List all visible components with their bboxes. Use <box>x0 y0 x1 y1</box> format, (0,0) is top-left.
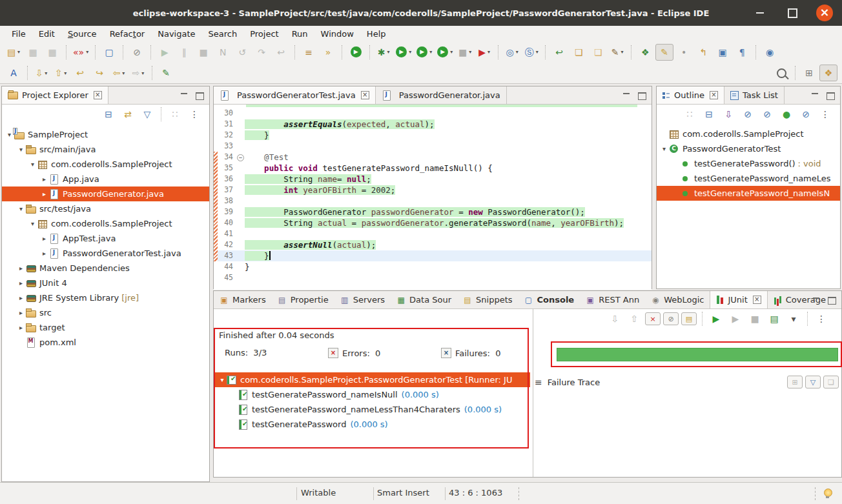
twistie-icon[interactable]: ▸ <box>39 190 49 197</box>
menu-search[interactable]: Search <box>202 28 244 40</box>
twistie-icon[interactable]: ▾ <box>218 376 227 383</box>
sort-button[interactable]: ⇩ <box>719 106 737 123</box>
explorer-tree-item[interactable]: ▸JRE System Library[jre] <box>2 290 209 305</box>
twistie-icon[interactable]: ▸ <box>16 265 26 272</box>
spring-tools-button[interactable]: «»▾ <box>71 44 90 61</box>
menu-project[interactable]: Project <box>243 28 285 40</box>
view-menu-button[interactable]: ⋮ <box>185 106 203 123</box>
junit-tree-item[interactable]: testGeneratePassword(0.000 s) <box>215 417 530 432</box>
menu-navigate[interactable]: Navigate <box>151 28 201 40</box>
hide-fields-button[interactable]: ⊘ <box>739 106 757 123</box>
run-button[interactable]: ▶▾ <box>394 44 413 61</box>
code-line[interactable]: 42 assertNull(actual); <box>214 239 652 250</box>
code-line[interactable]: 38 <box>214 196 652 207</box>
tab-markers[interactable]: ▣Markers <box>214 291 272 308</box>
focus-active-task-button[interactable]: ∷ <box>166 106 184 123</box>
hide-static-members-button[interactable]: ⊘ <box>758 106 776 123</box>
show-public-members-button[interactable]: ● <box>777 106 796 123</box>
junit-tree-item[interactable]: testGeneratePassword_nameIsNull(0.000 s) <box>215 387 530 402</box>
maximize-view-icon[interactable] <box>196 92 204 100</box>
menu-window[interactable]: Window <box>314 28 360 40</box>
previous-failed-test-button[interactable]: ⇧ <box>625 310 643 327</box>
trim-dot-button[interactable]: • <box>675 44 693 61</box>
search-button[interactable] <box>772 65 790 81</box>
explorer-tree-item[interactable]: ▸App.java <box>2 172 209 186</box>
explorer-tree-item[interactable]: ▸JUnit 4 <box>2 276 209 290</box>
coverage-button[interactable]: ▶▾ <box>415 44 434 61</box>
next-annotation-button[interactable]: ⇩▾ <box>32 65 50 81</box>
maximize-button[interactable] <box>784 5 801 21</box>
new-web-wizard-button[interactable]: ◎▾ <box>503 44 521 61</box>
menu-run[interactable]: Run <box>285 28 314 40</box>
tab-weblogic[interactable]: ◉WebLogic <box>645 291 710 308</box>
code-line[interactable]: 39 PasswordGenerator passwordGenerator =… <box>214 207 652 217</box>
twistie-icon[interactable]: ▾ <box>28 161 37 168</box>
view-menu-button[interactable]: ⋮ <box>816 106 834 123</box>
java-perspective-button[interactable]: ❖ <box>819 65 837 81</box>
open-type-button[interactable]: A <box>5 65 23 81</box>
code-line[interactable]: 41 <box>214 228 652 239</box>
tab-outline[interactable]: Outline <box>657 86 724 104</box>
focus-active-task-button[interactable]: ∷ <box>681 106 699 123</box>
stop-test-run-button[interactable]: ■ <box>746 310 764 327</box>
twistie-icon[interactable]: ▸ <box>16 324 26 331</box>
explorer-tree-item[interactable]: pom.xml <box>2 335 209 350</box>
tab-passwordgenerator-java[interactable]: PasswordGenerator.java <box>376 86 507 104</box>
tab-junit[interactable]: JUnit <box>710 291 767 308</box>
step-over-button[interactable]: ↷ <box>252 44 271 61</box>
code-line[interactable]: 44} <box>214 261 652 272</box>
tab-snippets[interactable]: ▤Snippets <box>457 291 518 308</box>
menu-edit[interactable]: Edit <box>32 28 61 40</box>
explorer-tree-item[interactable]: ▸Maven Dependencies <box>2 261 209 276</box>
junit-tree-item[interactable]: testGeneratePassword_nameLessThan4Charat… <box>215 402 530 417</box>
import-wizard-button[interactable]: ↩ <box>550 44 568 61</box>
skip-all-breakpoints-button[interactable]: ⊘ <box>128 44 146 61</box>
twistie-icon[interactable]: ▸ <box>39 250 49 257</box>
open-folder-button[interactable]: ❏ <box>589 44 607 61</box>
save-button[interactable]: ▦ <box>24 44 42 61</box>
outline-tree-item[interactable]: testGeneratePassword_nameIsN <box>657 186 840 201</box>
show-trace-in-console-button[interactable]: ❏ <box>823 376 839 388</box>
history-dropdown-button[interactable]: ▾ <box>785 310 803 327</box>
junit-sash[interactable] <box>533 309 533 477</box>
last-edit-location-button[interactable]: ↩ <box>71 65 89 81</box>
show-skipped-only-button[interactable]: ⊘ <box>663 312 679 325</box>
open-resource-button[interactable]: ❏ <box>570 44 588 61</box>
previous-annotation-button[interactable]: ⇧▾ <box>52 65 70 81</box>
tab-passwordgeneratortest-java[interactable]: PasswordGeneratorTest.java <box>214 86 376 104</box>
minimize-view-icon[interactable] <box>180 92 188 99</box>
link-file-button[interactable]: ↰ <box>694 44 712 61</box>
maximize-view-icon[interactable] <box>828 297 836 305</box>
close-button[interactable] <box>816 5 833 21</box>
tab-project-explorer[interactable]: Project Explorer <box>2 86 108 104</box>
suspend-button[interactable]: ∥ <box>175 44 193 61</box>
explorer-tree-item[interactable]: ▸src <box>2 305 209 320</box>
minimize-button[interactable] <box>752 5 768 21</box>
tab-console[interactable]: ▢Console <box>519 291 580 308</box>
code-line[interactable]: 33 <box>214 141 652 152</box>
next-edit-location-button[interactable]: ↪ <box>90 65 108 81</box>
code-line[interactable]: 34− @Test <box>214 152 652 163</box>
explorer-tree-item[interactable]: ▸PasswordGenerator.java <box>2 186 209 201</box>
profile-button[interactable]: ▶▾ <box>435 44 455 61</box>
twistie-icon[interactable]: ▸ <box>16 309 26 316</box>
compare-result-button[interactable]: ⊞ <box>787 376 803 388</box>
minimize-editor-icon[interactable] <box>622 92 630 99</box>
twistie-icon[interactable]: ▾ <box>16 146 26 153</box>
new-wizard-button[interactable]: ▤▾ <box>5 44 23 61</box>
step-return-button[interactable]: ↩ <box>272 44 290 61</box>
terminate-button[interactable]: ■ <box>194 44 212 61</box>
lightbulb-icon[interactable] <box>824 489 832 497</box>
code-line[interactable]: 45 <box>214 272 652 283</box>
code-line[interactable]: 36 String name= null; <box>214 174 652 185</box>
plugin-connect-button[interactable]: ❖ <box>636 44 654 61</box>
code-line[interactable]: 31 assertEquals(expected, actual); <box>214 119 652 130</box>
scroll-lock-button[interactable]: ▤ <box>681 312 697 325</box>
debug-button[interactable]: ✱▾ <box>375 44 393 61</box>
twistie-icon[interactable]: ▸ <box>39 176 49 183</box>
help-globe-button[interactable]: ◉ <box>761 44 779 61</box>
show-failures-only-button[interactable]: × <box>645 312 661 325</box>
explorer-tree-item[interactable]: ▾com.coderolls.SampleProject <box>2 157 209 172</box>
stop-button[interactable]: ■▾ <box>456 44 474 61</box>
close-tab-icon[interactable] <box>753 296 761 304</box>
